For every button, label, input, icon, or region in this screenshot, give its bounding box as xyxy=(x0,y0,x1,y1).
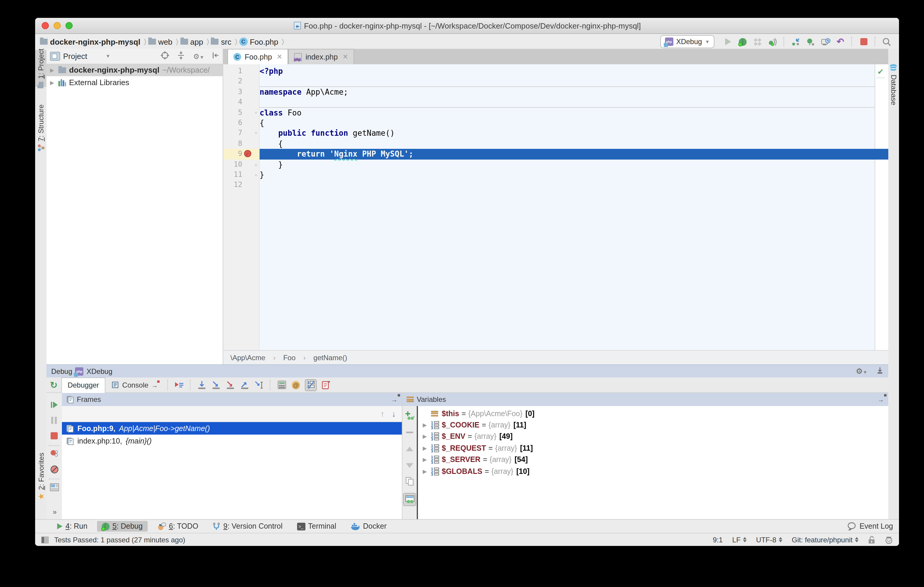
hide-panel-icon[interactable]: → xyxy=(391,396,398,403)
code-line-1[interactable]: 1<?php xyxy=(223,66,888,76)
move-watch-down-button[interactable] xyxy=(405,461,414,470)
locate-file-icon[interactable] xyxy=(161,51,169,61)
collapse-all-icon[interactable] xyxy=(177,51,185,61)
code-line-3[interactable]: 3namespace App\Acme; xyxy=(223,87,888,97)
show-execution-point-button[interactable] xyxy=(174,379,185,390)
run-button[interactable] xyxy=(723,36,733,47)
expand-arrow-icon[interactable]: ▶ xyxy=(50,79,55,86)
line-ending-select[interactable]: LF xyxy=(732,536,747,544)
code-line-9[interactable]: 9✓ return 'Nginx PHP MySQL'; xyxy=(223,149,888,159)
breadcrumb-root[interactable]: docker-nginx-php-mysql xyxy=(40,37,140,46)
variable-row-GLOBALS[interactable]: ▶123$GLOBALS={array}[10] xyxy=(418,465,888,477)
listen-debug-connections-button[interactable] xyxy=(767,36,777,47)
line-number[interactable]: 1 xyxy=(223,66,242,76)
frame-row-main[interactable]: index.php:10, {main}() xyxy=(62,435,402,447)
new-watch-button[interactable] xyxy=(405,411,414,420)
show-watches-toggle[interactable] xyxy=(403,493,416,506)
pause-button[interactable] xyxy=(50,416,59,425)
toolwindow-button-terminal[interactable]: >_ Terminal xyxy=(292,521,341,532)
expand-arrow-icon[interactable]: ▶ xyxy=(50,67,55,73)
highlighting-level-icon[interactable] xyxy=(885,536,893,544)
line-number[interactable]: 12 xyxy=(223,180,242,191)
toolwindow-button-debug[interactable]: 5: Debug xyxy=(97,521,147,532)
variable-row-_REQUEST[interactable]: ▶123$_REQUEST={array}[11] xyxy=(418,442,888,454)
line-number[interactable]: 11 xyxy=(223,170,242,180)
close-icon[interactable]: ✕ xyxy=(343,53,348,61)
close-window-button[interactable] xyxy=(42,22,49,29)
run-with-coverage-button[interactable] xyxy=(752,36,763,47)
hide-panel-icon[interactable]: → xyxy=(878,396,884,403)
vcs-update-button[interactable] xyxy=(790,36,801,47)
unlock-icon[interactable] xyxy=(868,536,875,544)
toolwindow-button-favorites[interactable]: ★ 2: Favorites xyxy=(36,453,45,500)
code-line-6[interactable]: 6{ xyxy=(223,118,888,128)
run-to-cursor-button[interactable] xyxy=(254,379,265,390)
code-line-10[interactable]: 10▵ } xyxy=(223,159,888,170)
local-history-button[interactable] xyxy=(820,36,830,47)
stop-button[interactable] xyxy=(858,36,869,47)
expand-arrow-icon[interactable]: ▶ xyxy=(423,434,431,440)
run-configuration-select[interactable]: php XDebug ▼ xyxy=(660,35,714,48)
variable-row-_ENV[interactable]: ▶123$_ENV={array}[49] xyxy=(418,431,888,443)
line-number[interactable]: 8 xyxy=(223,139,242,149)
stop-debug-button[interactable] xyxy=(50,431,59,440)
line-number[interactable]: 7 xyxy=(223,128,242,139)
evaluate-expression-button[interactable] xyxy=(277,379,287,390)
layout-settings-button[interactable] xyxy=(50,482,59,492)
git-branch-select[interactable]: Git: feature/phpunit xyxy=(792,536,858,544)
line-number[interactable]: 2 xyxy=(223,76,242,87)
line-number[interactable]: 6 xyxy=(223,118,242,128)
external-libraries-row[interactable]: ▶ External Libraries xyxy=(46,76,223,89)
toolwindow-button-project[interactable]: 1: Project xyxy=(36,48,45,88)
line-number[interactable]: 3 xyxy=(223,87,242,97)
toolwindow-toggle-icon[interactable] xyxy=(41,536,49,543)
project-tree-root-row[interactable]: ▶ docker-nginx-php-mysql ~/Workspace/ xyxy=(46,64,223,76)
fold-marker-icon[interactable]: ▿ xyxy=(252,107,259,118)
variable-row-this[interactable]: $this={App\Acme\Foo}[0] xyxy=(418,408,888,419)
breadcrumb-file[interactable]: CFoo.php xyxy=(239,37,278,46)
toolwindow-button-database[interactable]: Database xyxy=(889,64,898,106)
zoom-window-button[interactable] xyxy=(66,22,73,29)
chevron-down-icon[interactable]: ▼ xyxy=(106,54,111,59)
toolwindow-button-todo[interactable]: 6: TODO xyxy=(152,521,203,532)
toolwindow-button-version-control[interactable]: 9: Version Control xyxy=(208,521,287,532)
line-number[interactable]: 4 xyxy=(223,97,242,107)
more-options-icon[interactable]: » xyxy=(50,507,59,517)
step-out-button[interactable] xyxy=(239,379,250,390)
tab-console[interactable]: Console → xyxy=(106,378,164,392)
code-editor[interactable]: 1<?php23namespace App\Acme;45▿class Foo6… xyxy=(223,64,888,350)
breadcrumb-src[interactable]: src xyxy=(211,37,232,46)
copy-button[interactable] xyxy=(405,476,414,486)
move-watch-up-button[interactable] xyxy=(405,444,414,453)
rollback-button[interactable]: ↶ xyxy=(835,36,845,47)
toolwindow-button-structure[interactable]: 7: Structure xyxy=(36,104,45,152)
gear-icon[interactable]: ⚙▼ xyxy=(193,52,204,61)
breadcrumb-namespace[interactable]: \App\Acme xyxy=(230,353,265,362)
code-line-7[interactable]: 7▿ public function getName() xyxy=(223,128,888,139)
variable-row-_SERVER[interactable]: ▶123$_SERVER={array}[54] xyxy=(418,454,888,465)
rerun-icon[interactable]: ↻ xyxy=(50,379,58,390)
view-breakpoints-button[interactable] xyxy=(50,449,59,458)
line-number[interactable]: 10 xyxy=(223,159,242,170)
status-message[interactable]: Tests Passed: 1 passed (27 minutes ago) xyxy=(54,536,185,544)
next-frame-icon[interactable]: ↓ xyxy=(392,409,396,419)
fold-marker-icon[interactable]: ▵ xyxy=(252,170,259,180)
code-line-12[interactable]: 12 xyxy=(223,180,888,191)
minimize-window-button[interactable] xyxy=(54,22,61,29)
gear-icon[interactable]: ⚙▼ xyxy=(856,367,868,376)
expand-arrow-icon[interactable]: ▶ xyxy=(423,445,431,451)
code-line-4[interactable]: 4 xyxy=(223,97,888,107)
debug-button[interactable] xyxy=(738,36,748,47)
breadcrumb-app[interactable]: app xyxy=(180,37,203,46)
step-into-button[interactable] xyxy=(211,379,222,390)
mute-breakpoints-button[interactable] xyxy=(50,464,59,474)
restore-layout-button[interactable] xyxy=(321,379,331,390)
mute-renderers-button[interactable]: 12 xyxy=(305,379,317,391)
expand-arrow-icon[interactable]: ▶ xyxy=(423,422,431,428)
encoding-select[interactable]: UTF-8 xyxy=(756,536,782,544)
search-everywhere-button[interactable] xyxy=(882,36,892,47)
hide-toolwindow-icon[interactable] xyxy=(876,367,883,376)
remove-watch-button[interactable] xyxy=(405,427,414,437)
force-step-into-button[interactable] xyxy=(225,379,236,390)
code-line-2[interactable]: 2 xyxy=(223,76,888,87)
